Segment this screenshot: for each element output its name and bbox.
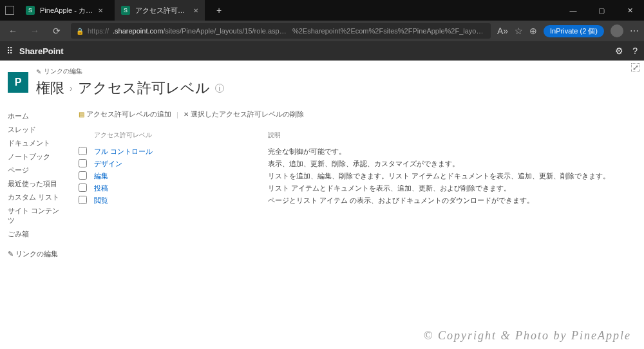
delete-permission-level-button[interactable]: ✕ 選択したアクセス許可レベルの削除 xyxy=(184,109,304,119)
permission-level-link[interactable]: 編集 xyxy=(94,171,268,181)
nav-item-pages[interactable]: ページ xyxy=(8,164,66,177)
permission-level-link[interactable]: 閲覧 xyxy=(94,196,268,205)
permission-level-desc: 表示、追加、更新、削除、承認、カスタマイズができます。 xyxy=(268,159,634,169)
new-tab-button[interactable]: + xyxy=(210,5,228,15)
suite-brand[interactable]: SharePoint xyxy=(19,46,64,56)
tab-label: アクセス許可レベル xyxy=(135,6,188,15)
tab-label: PineApple - カスタム リスト - すべて xyxy=(40,6,93,15)
back-button[interactable]: ← xyxy=(5,26,21,36)
favicon-icon: S xyxy=(121,6,130,15)
close-icon[interactable]: ✕ xyxy=(98,7,103,14)
edit-links-side[interactable]: ✎ リンクの編集 xyxy=(8,247,66,261)
permission-level-desc: リスト アイテムとドキュメントを表示、追加、更新、および削除できます。 xyxy=(268,184,634,193)
help-icon[interactable]: ? xyxy=(632,46,638,56)
nav-item-notebook[interactable]: ノートブック xyxy=(8,150,66,164)
permission-level-desc: 完全な制御が可能です。 xyxy=(268,147,634,156)
add-icon: ▤ xyxy=(79,111,84,118)
row-checkbox[interactable] xyxy=(79,184,87,192)
table-row: フル コントロール完全な制御が可能です。 xyxy=(79,146,634,158)
url-input[interactable]: 🔒 https:// .sharepoint.com /sites/PineAp… xyxy=(71,23,491,39)
page-title: 権限 › アクセス許可レベル i xyxy=(36,79,634,98)
toolbar: ▤ アクセス許可レベルの追加 | ✕ 選択したアクセス許可レベルの削除 xyxy=(79,109,634,119)
permission-level-link[interactable]: デザイン xyxy=(94,159,268,169)
close-icon[interactable]: ✕ xyxy=(193,7,198,14)
url-path-rest: %2Esharepoint%2Ecom%2Fsites%2FPineApple%… xyxy=(292,27,486,35)
permission-level-link[interactable]: フル コントロール xyxy=(94,147,268,156)
pencil-icon: ✎ xyxy=(36,68,41,75)
row-checkbox[interactable] xyxy=(79,171,87,180)
edit-links-label: リンクの編集 xyxy=(15,250,58,258)
edit-links-top[interactable]: ✎ リンクの編集 xyxy=(36,67,634,76)
browser-tab-2[interactable]: S アクセス許可レベル ✕ xyxy=(115,0,205,21)
table-row: 編集リストを追加、編集、削除できます。リスト アイテムとドキュメントを表示、追加… xyxy=(79,170,634,182)
info-icon[interactable]: i xyxy=(215,84,224,93)
site-logo[interactable]: P xyxy=(8,72,28,93)
nav-item-documents[interactable]: ドキュメント xyxy=(8,137,66,150)
nav-item-home[interactable]: ホーム xyxy=(8,109,66,123)
maximize-button[interactable]: ▢ xyxy=(587,0,616,21)
minimize-button[interactable]: — xyxy=(559,0,587,21)
inprivate-badge: InPrivate (2 個) xyxy=(544,25,604,37)
collections-icon[interactable]: ⊕ xyxy=(529,26,537,36)
nav-item-sitecontents[interactable]: サイト コンテンツ xyxy=(8,204,66,227)
toolbar-separator: | xyxy=(176,111,178,118)
table-row: 投稿リスト アイテムとドキュメントを表示、追加、更新、および削除できます。 xyxy=(79,182,634,194)
favorite-icon[interactable]: ☆ xyxy=(515,26,523,36)
browser-menu-icon[interactable]: ⋯ xyxy=(630,26,639,36)
close-window-button[interactable]: ✕ xyxy=(616,0,644,21)
settings-icon[interactable]: ⚙ xyxy=(615,46,623,56)
row-checkbox[interactable] xyxy=(79,159,87,167)
delete-label: 選択したアクセス許可レベルの削除 xyxy=(191,109,304,119)
read-aloud-icon[interactable]: A» xyxy=(497,26,508,36)
lock-icon: 🔒 xyxy=(76,28,84,35)
nav-item-recycle[interactable]: ごみ箱 xyxy=(8,227,66,241)
url-host: .sharepoint.com xyxy=(113,27,163,35)
browser-tab-1[interactable]: S PineApple - カスタム リスト - すべて ✕ xyxy=(19,0,109,21)
column-name-header[interactable]: アクセス許可レベル xyxy=(94,131,268,140)
url-path: /sites/PineApple/_layouts/15/role.aspx?S… xyxy=(163,27,289,35)
row-checkbox[interactable] xyxy=(79,196,87,204)
pencil-icon: ✎ xyxy=(8,250,14,258)
address-bar: ← → ⟳ 🔒 https:// .sharepoint.com /sites/… xyxy=(0,21,644,41)
refresh-button[interactable]: ⟳ xyxy=(49,26,64,36)
grid-header: アクセス許可レベル 説明 xyxy=(79,131,634,140)
left-navigation: ホーム スレッド ドキュメント ノートブック ページ 最近使った項目 カスタム … xyxy=(8,109,66,261)
forward-button[interactable]: → xyxy=(27,26,43,36)
breadcrumb-root[interactable]: 権限 xyxy=(36,79,64,98)
permission-level-link[interactable]: 投稿 xyxy=(94,184,268,193)
nav-item-recent[interactable]: 最近使った項目 xyxy=(8,177,66,191)
suite-bar: ⠿ SharePoint ⚙ ? xyxy=(0,41,644,61)
chevron-right-icon: › xyxy=(70,83,73,93)
app-launcher-icon[interactable]: ⠿ xyxy=(6,46,12,56)
add-permission-level-button[interactable]: ▤ アクセス許可レベルの追加 xyxy=(79,109,171,119)
edit-links-label: リンクの編集 xyxy=(44,67,82,76)
delete-icon: ✕ xyxy=(184,111,189,118)
column-desc-header[interactable]: 説明 xyxy=(268,131,634,140)
row-checkbox[interactable] xyxy=(79,147,87,155)
table-row: 閲覧ページとリスト アイテム の表示、およびドキュメントのダウンロードができます… xyxy=(79,194,634,207)
window-titlebar: S PineApple - カスタム リスト - すべて ✕ S アクセス許可レ… xyxy=(0,0,644,21)
permission-level-desc: リストを追加、編集、削除できます。リスト アイテムとドキュメントを表示、追加、更… xyxy=(268,171,634,181)
watermark-text: © Copyright & Photo by PineApple xyxy=(424,329,631,343)
permission-level-desc: ページとリスト アイテム の表示、およびドキュメントのダウンロードができます。 xyxy=(268,196,634,205)
focus-content-icon[interactable]: ⤢ xyxy=(631,63,640,72)
nav-item-thread[interactable]: スレッド xyxy=(8,123,66,137)
profile-avatar[interactable] xyxy=(611,24,623,37)
table-row: デザイン表示、追加、更新、削除、承認、カスタマイズができます。 xyxy=(79,158,634,170)
url-protocol: https:// xyxy=(88,27,109,35)
page-title-text: アクセス許可レベル xyxy=(78,79,210,98)
favicon-icon: S xyxy=(26,6,35,15)
nav-item-customlist[interactable]: カスタム リスト xyxy=(8,191,66,204)
app-icon xyxy=(5,6,14,15)
add-label: アクセス許可レベルの追加 xyxy=(86,109,171,119)
